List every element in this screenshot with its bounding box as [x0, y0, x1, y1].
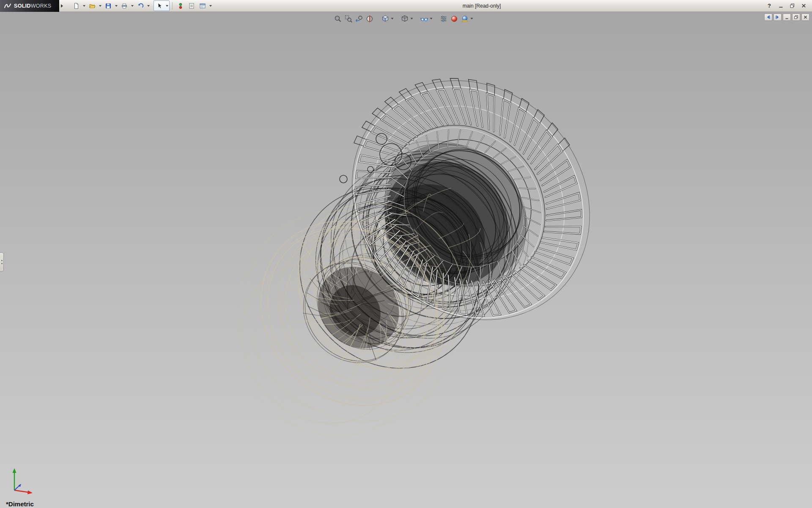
print-button[interactable] — [119, 1, 129, 11]
view-orientation-cube-icon — [381, 15, 389, 23]
toggle-display-pane-button[interactable] — [774, 14, 782, 21]
caret-down-icon — [147, 5, 150, 7]
view-settings-button[interactable] — [439, 14, 448, 23]
restore-document-button[interactable] — [792, 14, 800, 21]
select-dropdown-button[interactable] — [165, 1, 169, 11]
open-button[interactable] — [87, 1, 97, 11]
caret-down-icon[interactable] — [391, 18, 394, 19]
new-document-icon — [73, 3, 80, 9]
caret-down-icon — [83, 5, 85, 7]
toggle-featuremanager-pane-button[interactable] — [764, 14, 772, 21]
app-name: SOLIDWORKS — [14, 3, 51, 9]
edit-appearance-button[interactable] — [450, 14, 459, 23]
undo-dropdown-button[interactable] — [146, 1, 151, 11]
grip-dot — [1, 260, 3, 261]
graphics-area[interactable]: *Dimetric — [0, 12, 812, 508]
close-document-button[interactable] — [801, 14, 809, 21]
open-folder-icon — [89, 3, 96, 9]
new-document-dropdown-button[interactable] — [82, 1, 86, 11]
solidworks-logo-icon — [3, 3, 12, 9]
undo-button[interactable] — [135, 1, 145, 11]
open-dropdown-button[interactable] — [98, 1, 102, 11]
minimize-document-button[interactable] — [783, 14, 791, 21]
view-settings-icon — [439, 15, 447, 23]
scene-ball-icon — [461, 15, 469, 23]
solidworks-window: SOLIDWORKS — [0, 0, 812, 508]
options-icon — [199, 3, 206, 9]
document-properties-button[interactable] — [186, 1, 197, 11]
red-green-dots-icon — [177, 3, 184, 9]
print-dropdown-button[interactable] — [130, 1, 134, 11]
red-green-dots-button[interactable] — [175, 1, 186, 11]
document-properties-icon — [188, 3, 195, 9]
apply-scene-button[interactable] — [460, 14, 469, 23]
wireframe-turbine-model[interactable] — [0, 12, 812, 508]
zoom-to-area-icon — [344, 15, 352, 23]
previous-view-icon — [355, 15, 363, 23]
featuremanager-flyout-handle[interactable] — [0, 252, 4, 272]
document-title: main [Read-only] — [463, 3, 501, 9]
pane-arrow-right-icon — [775, 15, 780, 19]
hide-show-items-button[interactable] — [420, 14, 429, 23]
minimize-icon — [785, 15, 789, 19]
solidworks-logo: SOLIDWORKS — [0, 0, 59, 12]
display-style-button[interactable] — [400, 14, 409, 23]
appearance-ball-icon — [450, 15, 458, 23]
cursor-arrow-icon — [156, 3, 163, 9]
print-icon — [121, 3, 128, 9]
close-icon — [803, 15, 808, 19]
minimize-button[interactable] — [776, 2, 785, 10]
options-dropdown-button[interactable] — [208, 1, 213, 11]
zoom-to-fit-button[interactable] — [333, 14, 343, 23]
select-tool-group — [154, 0, 170, 11]
window-controls: ? — [765, 2, 812, 10]
close-icon — [801, 3, 807, 8]
view-orientation-label: *Dimetric — [6, 500, 34, 508]
view-orientation-button[interactable] — [381, 14, 390, 23]
select-button[interactable] — [154, 1, 165, 11]
new-document-button[interactable] — [71, 1, 81, 11]
caret-down-icon[interactable] — [471, 18, 473, 19]
zoom-to-area-button[interactable] — [344, 14, 353, 23]
caret-right-icon — [61, 4, 63, 8]
caret-down-icon — [166, 5, 168, 7]
close-button[interactable] — [799, 2, 808, 10]
caret-down-icon — [115, 5, 118, 7]
main-toolbar — [71, 0, 213, 11]
save-dropdown-button[interactable] — [114, 1, 118, 11]
display-style-cube-icon — [401, 15, 409, 23]
pane-arrow-left-icon — [766, 15, 771, 19]
titlebar: SOLIDWORKS — [0, 0, 812, 12]
restore-button[interactable] — [788, 2, 796, 10]
toolbar-separator — [172, 2, 173, 10]
help-button[interactable]: ? — [765, 2, 774, 10]
save-button[interactable] — [103, 1, 113, 11]
minimize-icon — [778, 3, 784, 8]
caret-down-icon[interactable] — [430, 18, 433, 19]
options-button[interactable] — [197, 1, 208, 11]
zoom-to-fit-icon — [334, 15, 342, 23]
eyeglasses-icon — [420, 15, 428, 23]
caret-down-icon — [99, 5, 102, 7]
caret-down-icon — [209, 5, 212, 7]
save-icon — [105, 3, 112, 9]
caret-down-icon — [131, 5, 134, 7]
orientation-triad — [7, 464, 41, 498]
heads-up-toolbar — [333, 14, 473, 23]
document-window-controls — [764, 14, 809, 21]
restore-icon — [790, 3, 795, 8]
previous-view-button[interactable] — [354, 14, 364, 23]
menu-flyout-button[interactable] — [59, 0, 65, 12]
section-view-button[interactable] — [365, 14, 374, 23]
undo-icon — [137, 3, 144, 9]
caret-down-icon[interactable] — [411, 18, 413, 19]
grip-dot — [1, 263, 3, 264]
section-view-icon — [365, 15, 373, 23]
restore-icon — [794, 15, 798, 19]
